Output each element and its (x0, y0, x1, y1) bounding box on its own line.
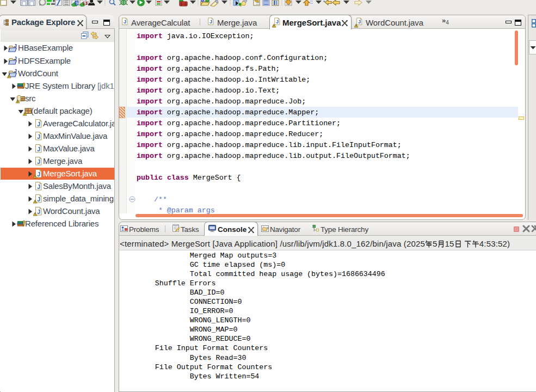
svg-text:S: S (76, 1, 78, 5)
svg-text:EE: EE (83, 1, 89, 6)
